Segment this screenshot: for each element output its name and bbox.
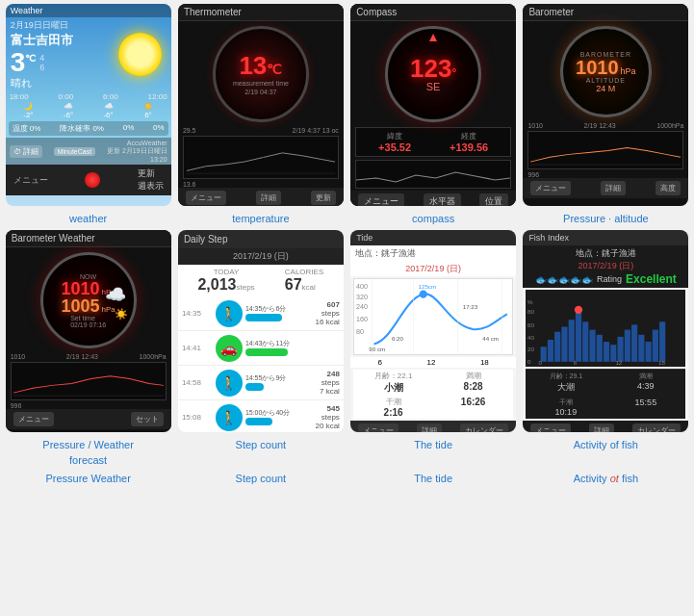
step-header: Daily Step — [178, 230, 344, 248]
weather-hourly: 🌙-2° ☁️-6° ☁️-6° ☀️6° — [9, 102, 168, 119]
svg-rect-26 — [554, 332, 560, 362]
lon-value: +139.56 — [450, 141, 488, 153]
low-time: 2:16 — [354, 407, 432, 418]
fish-calendar-btn[interactable]: カレンダー — [632, 424, 681, 432]
calories-label: CALORIES — [285, 268, 323, 276]
thermo-chart-bottom: 13.6 — [178, 181, 344, 188]
svg-rect-32 — [597, 335, 603, 362]
compass-location-btn[interactable]: 位置 — [479, 193, 508, 206]
compass-level-btn[interactable]: 水平器 — [424, 193, 461, 206]
svg-text:44 cm: 44 cm — [482, 336, 499, 343]
fish-date: 2017/2/19 (日) — [527, 260, 683, 272]
walk-icon-3: 🚶 — [216, 404, 243, 431]
bw-chart-labels-top: 1010 2/19 12:43 1000hPa — [6, 353, 171, 360]
baro-title-bar: Barometer — [523, 4, 688, 21]
fish-icons: 🐟🐟🐟🐟🐟 — [535, 274, 593, 285]
bw-chart-labels-bot: 996 — [6, 402, 171, 409]
fish-info-row: 月齢：29.1 大潮 満潮 4:39 干潮 10:19 15:55 — [526, 369, 685, 419]
bw-set-btn[interactable]: セット — [131, 412, 164, 426]
tide-title-bar: Tide — [350, 230, 516, 245]
step-bar-1 — [245, 314, 282, 321]
bw-value1: 1010 — [61, 280, 99, 297]
weather-red-btn[interactable] — [85, 172, 100, 188]
high-time: 8:28 — [434, 381, 512, 392]
svg-text:6: 6 — [574, 359, 578, 366]
svg-rect-37 — [631, 325, 637, 362]
tide-cell: Tide 地点：銚子漁港 2017/2/19 (日) 400 320 240 1… — [349, 230, 518, 468]
baro-altitude-btn[interactable]: 高度 — [655, 181, 681, 195]
weather-weekly-btn[interactable]: 更新 週表示 — [138, 167, 164, 192]
weather-menu-btn[interactable]: メニュー — [13, 174, 48, 187]
minutecast-logo: MinuteCast — [54, 147, 95, 156]
svg-point-42 — [575, 306, 582, 314]
thermo-update-btn[interactable]: 更新 — [311, 191, 336, 205]
fish-moon-label: 月齢：29.1 — [527, 372, 604, 381]
calories-unit: kcal — [302, 283, 316, 292]
thermo-menu-btn[interactable]: メニュー — [186, 191, 226, 205]
barometer-frame: Barometer BAROMETER 1010 hPa ALTITUDE 24… — [523, 4, 688, 206]
svg-rect-25 — [548, 340, 553, 362]
fish-title-bar: Fish Index — [523, 230, 688, 245]
bw-value2: 1005 — [61, 297, 99, 315]
fish-high-val: 10:19 — [527, 407, 604, 417]
baro-chart — [527, 131, 683, 169]
step-bar-3 — [245, 383, 264, 391]
high-label: 満潮 — [434, 371, 512, 381]
compass-direction: SE — [426, 81, 441, 92]
fish-top-info: 地点：銚子漁港 2017/2/19 (日) 🐟🐟🐟🐟🐟 Rating Excel… — [523, 245, 688, 288]
dailystep-frame: Daily Step 2017/2/19 (日) TODAY 2,013 ste… — [178, 230, 344, 432]
barometer-label: Pressure · altitude — [563, 212, 649, 226]
thermometer-cell: Thermometer 13℃ measurement time 2/19 04… — [176, 4, 345, 226]
tide-menu-btn[interactable]: メニュー — [358, 424, 398, 432]
svg-rect-33 — [604, 342, 609, 362]
fish-location: 地点：銚子漁港 — [527, 247, 683, 260]
weather-condition: 晴れ — [11, 76, 167, 90]
app-grid: Weather 2月19日日曜日 富士吉田市 3℃ 4 6 晴れ 18:00 0… — [0, 0, 694, 472]
tide-detail-btn[interactable]: 詳細 — [417, 424, 442, 432]
bottom-labels: Pressure Weather Step count The tide Act… — [0, 472, 694, 489]
baro-menu-btn[interactable]: メニュー — [530, 181, 571, 195]
tide-menu-bar: メニュー 詳細 カレンダー — [350, 421, 516, 432]
fish-label: Activity of fish — [574, 438, 638, 452]
compass-menu-btn[interactable]: メニュー — [358, 193, 404, 206]
bw-menu-btn[interactable]: メニュー — [13, 412, 54, 426]
fish-menu-btn[interactable]: メニュー — [530, 424, 571, 432]
compass-cell: Compass 123° SE 緯度 +35.52 経度 +139.56 — [349, 4, 518, 226]
step-unit: steps — [237, 283, 255, 292]
baro-detail-btn[interactable]: 詳細 — [601, 181, 626, 195]
thermo-sublabel: measurement time — [233, 80, 289, 87]
thermo-title-bar: Thermometer — [178, 4, 344, 21]
step-bar-4 — [245, 418, 272, 425]
fish-low-info: 干潮 10:19 — [526, 396, 605, 419]
weather-bottom-bar: ⏱ 詳細 MinuteCast AccuWeather 更新 2月19日日曜日 … — [6, 138, 171, 165]
weather-hi-lo: 4 6 — [39, 53, 44, 72]
fish-rating-label: Rating — [597, 274, 622, 284]
tide-low-time: 16:26 — [433, 396, 513, 419]
bottom-label-step: Step count — [176, 472, 345, 485]
tide-calendar-btn[interactable]: カレンダー — [460, 424, 508, 432]
fish-frame: Fish Index 地点：銚子漁港 2017/2/19 (日) 🐟🐟🐟🐟🐟 R… — [523, 230, 688, 432]
baro-chart-labels-top: 1010 2/19 12:43 1000hPa — [523, 122, 688, 129]
bw-settime: Set time02/19 07:16 — [70, 315, 106, 328]
tide-info-row: 月齢：22.1 小潮 満潮 8:28 干潮 2:16 16:26 — [353, 370, 513, 419]
bottom-label-pressure: Pressure Weather — [4, 472, 172, 485]
bw-dial: NOW 1010 hPa 1005 hPa Set time02/19 07:1… — [40, 252, 137, 348]
weather-top-bar: Weather — [6, 4, 171, 17]
svg-rect-31 — [590, 330, 596, 362]
thermo-detail-btn[interactable]: 詳細 — [256, 191, 281, 205]
lat-value: +35.52 — [378, 141, 411, 153]
baroweather-cell: Barometer Weather NOW 1010 hPa 1005 hPa … — [4, 230, 172, 468]
fish-detail-btn[interactable]: 詳細 — [589, 424, 614, 432]
weather-detail-btn[interactable]: ⏱ 詳細 — [10, 145, 42, 158]
fish-moon-info: 月齢：29.1 大潮 — [526, 370, 605, 396]
svg-text:0: 0 — [539, 359, 543, 366]
bottom-label-fish: Activity ot fish — [522, 472, 690, 485]
today-label: TODAY — [197, 268, 254, 276]
step-bar-2 — [245, 348, 288, 356]
weather-timeline: 18:00 0:00 6:00 12:00 — [10, 92, 167, 101]
bw-menu: メニュー セット — [6, 409, 171, 429]
fish-low-label: 干潮 — [527, 398, 604, 407]
thermo-menu: メニュー 詳細 更新 — [178, 188, 344, 206]
lat-label: 緯度 — [378, 131, 411, 141]
tide-label: The tide — [414, 438, 452, 452]
